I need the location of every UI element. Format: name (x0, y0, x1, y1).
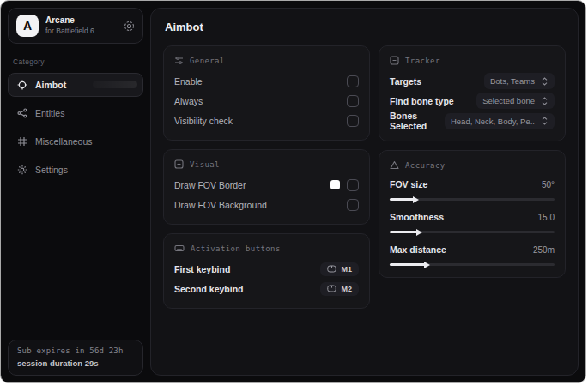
triangle-icon (390, 160, 399, 170)
crosshair-circle-icon[interactable] (124, 21, 135, 32)
page-title: Aimbot (165, 21, 564, 33)
sidebar-item-settings[interactable]: Settings (8, 158, 143, 182)
card-title: Visual (190, 160, 220, 169)
setting-label: Bones Selected (390, 111, 445, 131)
card-title: General (190, 57, 225, 65)
setting-label: Targets (390, 76, 421, 87)
slider-value: 15.0 (538, 213, 555, 222)
first-keybind-button[interactable]: M1 (320, 262, 359, 276)
sidebar-item-entities[interactable]: Entities (8, 101, 143, 125)
setting-row-targets: Targets Bots, Teams (390, 71, 555, 91)
app-subtitle: for Battlefield 6 (45, 27, 94, 36)
mouse-icon (327, 265, 336, 273)
unfold-icon (541, 97, 549, 105)
unfold-icon (541, 77, 549, 86)
general-card: General Enable Always Visibility check (163, 45, 370, 141)
unfold-icon (541, 117, 549, 125)
draw-fov-background-checkbox[interactable] (347, 199, 359, 211)
gear-icon (17, 165, 27, 175)
card-title: Activation buttons (191, 244, 281, 253)
setting-row-bones-selected: Bones Selected Head, Neck, Body, Pe.. (390, 111, 555, 131)
sidebar-item-aimbot[interactable]: Aimbot (8, 73, 143, 97)
sidebar-item-label: Entities (35, 108, 64, 118)
setting-row-smoothness: Smoothness 15.0 (390, 208, 555, 233)
box-minus-icon (390, 56, 399, 65)
sidebar-nav: Aimbot Entities Miscellaneous (8, 73, 143, 182)
setting-label: Draw FOV Border (174, 180, 246, 190)
setting-row-fov-size: FOV size 50° (390, 176, 555, 201)
slider-value: 250m (533, 245, 555, 255)
box-plus-icon (174, 159, 184, 169)
subscription-card: Sub expires in 56d 23h session duration … (8, 340, 143, 376)
slider-thumb[interactable] (424, 262, 430, 268)
enable-checkbox[interactable] (347, 75, 359, 87)
setting-label: Find bone type (390, 96, 454, 106)
targets-select[interactable]: Bots, Teams (484, 73, 555, 89)
sub-expires-text: Sub expires in 56d 23h (17, 346, 134, 355)
grid-icon (17, 136, 27, 147)
slider-value: 50° (542, 180, 555, 189)
select-value: Selected bone (482, 96, 535, 105)
keybind-value: M2 (341, 285, 352, 293)
always-checkbox[interactable] (347, 95, 359, 107)
crosshair-icon (17, 80, 27, 90)
smoothness-slider[interactable] (390, 231, 555, 233)
app-window: A Arcane for Battlefield 6 Category Aimb… (0, 0, 586, 383)
session-duration-text: session duration 29s (17, 358, 134, 368)
find-bone-type-select[interactable]: Selected bone (476, 93, 555, 109)
setting-row-always: Always (174, 91, 359, 111)
accuracy-card: Accuracy FOV size 50° (379, 150, 566, 278)
setting-row-visibility-check: Visibility check (174, 111, 359, 130)
setting-label: Draw FOV Background (174, 200, 267, 210)
mouse-icon (327, 285, 336, 292)
second-keybind-button[interactable]: M2 (320, 282, 359, 296)
setting-row-enable: Enable (174, 71, 359, 91)
keyboard-icon (174, 244, 185, 253)
main-panel: Aimbot General Enable (150, 8, 579, 376)
setting-row-second-keybind: Second keybind M2 (174, 279, 359, 298)
setting-label: Visibility check (174, 116, 233, 126)
bones-selected-select[interactable]: Head, Neck, Body, Pe.. (445, 113, 555, 129)
category-label: Category (13, 57, 138, 66)
sidebar-item-miscellaneous[interactable]: Miscellaneous (8, 129, 143, 153)
setting-row-first-keybind: First keybind M1 (174, 259, 359, 279)
setting-label: First keybind (174, 264, 230, 274)
visual-card: Visual Draw FOV Border Draw FOV Backgrou… (163, 149, 370, 225)
setting-row-draw-fov-border: Draw FOV Border (174, 175, 359, 195)
app-titles: Arcane for Battlefield 6 (45, 15, 94, 35)
activation-buttons-card: Activation buttons First keybind M1 (163, 233, 370, 309)
setting-label: Enable (174, 76, 203, 87)
draw-fov-border-checkbox[interactable] (347, 179, 359, 191)
card-title: Tracker (405, 57, 440, 65)
app-logo: A (16, 15, 39, 37)
setting-row-draw-fov-background: Draw FOV Background (174, 195, 359, 214)
sliders-icon (174, 56, 184, 65)
tracker-card: Tracker Targets Bots, Teams (379, 45, 566, 141)
keybind-value: M1 (341, 265, 352, 274)
app-header-card: A Arcane for Battlefield 6 (8, 8, 143, 44)
card-title: Accuracy (405, 161, 446, 170)
setting-label: Max distance (390, 244, 446, 255)
visibility-check-checkbox[interactable] (347, 115, 359, 127)
select-value: Head, Neck, Body, Pe.. (451, 117, 535, 126)
slider-thumb[interactable] (416, 229, 422, 236)
sidebar: A Arcane for Battlefield 6 Category Aimb… (1, 1, 150, 382)
setting-label: Always (174, 96, 203, 106)
setting-label: Second keybind (174, 284, 244, 294)
setting-row-find-bone-type: Find bone type Selected bone (390, 91, 555, 111)
setting-row-max-distance: Max distance 250m (390, 241, 555, 266)
app-name: Arcane (45, 15, 94, 27)
sidebar-item-label: Settings (35, 165, 68, 175)
fov-size-slider[interactable] (390, 198, 555, 201)
slider-thumb[interactable] (413, 196, 419, 203)
max-distance-slider[interactable] (390, 263, 555, 266)
setting-label: Smoothness (390, 212, 444, 222)
sidebar-item-label: Aimbot (35, 80, 66, 90)
sidebar-item-label: Miscellaneous (35, 136, 93, 147)
select-value: Bots, Teams (490, 76, 535, 86)
fov-border-color-swatch[interactable] (330, 180, 340, 189)
setting-label: FOV size (390, 179, 427, 189)
entities-icon (17, 108, 27, 118)
